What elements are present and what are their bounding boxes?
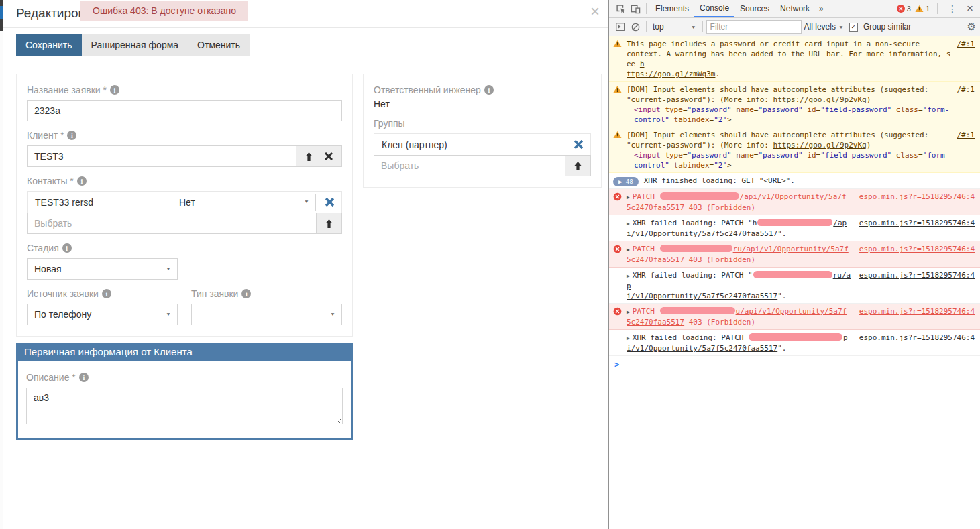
select-client-button[interactable]	[305, 152, 313, 161]
tab-sources[interactable]: Sources	[734, 1, 775, 17]
source-link[interactable]: espo.min.js?r=1518295746:4	[854, 192, 975, 202]
console-link[interactable]: https://goo.gl/9p2vKq	[773, 95, 867, 104]
inspect-element-icon[interactable]	[613, 2, 628, 15]
remove-group-button[interactable]	[574, 140, 583, 149]
source-link[interactable]: espo.min.js?r=1518295746:4	[854, 218, 975, 228]
stage-value: Новая	[34, 263, 62, 274]
console-text: 403 (Forbidden)	[684, 203, 755, 212]
select-contact-button[interactable]	[325, 219, 333, 228]
field-description-label-row: Описание * i	[26, 372, 343, 383]
console-line: ▶XHR failed loading: PATCH p	[627, 333, 854, 343]
groups-search-input[interactable]	[374, 155, 565, 176]
error-icon	[613, 192, 622, 201]
field-name-label-row: Название заявки * i	[27, 84, 342, 95]
save-button[interactable]: Сохранить	[16, 34, 82, 56]
console-settings-gear-icon[interactable]: ⚙	[967, 21, 976, 33]
field-engineer-label-row: Ответственный инженер i	[374, 84, 591, 95]
select-group-button[interactable]	[574, 162, 582, 170]
group-count-badge[interactable]: ▶ 48	[613, 177, 639, 186]
console-link[interactable]: 5c2470faa5517	[627, 318, 684, 327]
console-link[interactable]: i/v1/Opportunity/5a7f5c2470faa5517	[627, 344, 777, 353]
source-link[interactable]: espo.min.js?r=1518295746:4	[854, 333, 975, 343]
source-link[interactable]: /#:1	[952, 130, 975, 140]
console-link[interactable]: https://goo.gl/9p2vKq	[773, 141, 867, 150]
console-text	[669, 115, 674, 124]
cancel-button[interactable]: Отменить	[188, 34, 250, 56]
console-message: ▶XHR failed loading: PATCH "h/api/v1/Opp…	[609, 215, 980, 241]
source-link[interactable]: espo.min.js?r=1518295746:4	[854, 244, 975, 254]
context-select[interactable]: top ▼	[650, 22, 699, 32]
stage-select[interactable]: Новая ▼	[27, 258, 178, 280]
console-link[interactable]: i/v1/Opportunity/5a7f5c2470faa5517	[627, 229, 777, 238]
remove-contact-button[interactable]	[325, 198, 334, 207]
console-text: PATCH	[633, 245, 659, 253]
more-tabs-icon[interactable]: »	[815, 4, 828, 13]
type-select[interactable]: ▼	[191, 304, 342, 325]
console-sidebar-icon[interactable]	[613, 20, 628, 34]
field-name: Название заявки * i	[27, 84, 342, 121]
field-source-label-row: Источник заявки i	[27, 288, 178, 299]
expand-triangle-icon[interactable]: ▶	[627, 221, 630, 227]
console-prompt[interactable]: >	[609, 356, 980, 373]
console-link[interactable]: h	[640, 60, 645, 68]
error-icon	[613, 244, 627, 253]
field-type-label: Тип заявки	[191, 288, 238, 299]
console-link[interactable]: /api/v1/Opportunity/5a7f	[740, 192, 847, 201]
section-panel: Описание * i ав3	[16, 361, 353, 440]
source-link[interactable]: /#:1	[952, 84, 975, 95]
console-link[interactable]: 5c2470faa5517	[627, 203, 684, 212]
expand-triangle-icon[interactable]: ▶	[627, 335, 630, 341]
console-filter-input[interactable]	[706, 20, 802, 34]
console-text: [DOM] Input elements should have autocom…	[627, 85, 928, 94]
source-link[interactable]: espo.min.js?r=1518295746:4	[854, 306, 975, 316]
source-select[interactable]: По телефону ▼	[27, 304, 178, 325]
console-link[interactable]: p	[843, 333, 848, 342]
console-link[interactable]: ru/api/v1/Opportunity/5a7f	[733, 245, 849, 253]
field-type: Тип заявки i ▼	[191, 288, 342, 325]
clear-client-button[interactable]	[325, 152, 333, 160]
modal-header: Редактиров Ошибка 403: В доступе отказан…	[3, 0, 608, 28]
redacted-url	[753, 271, 832, 278]
client-input[interactable]	[27, 145, 296, 167]
source-link[interactable]: espo.min.js?r=1518295746:4	[854, 270, 975, 280]
warning-icon	[613, 39, 627, 48]
source-link[interactable]: /#:1	[952, 39, 975, 49]
contact-name: TEST33 rersd	[35, 197, 172, 208]
name-input[interactable]	[27, 100, 342, 121]
field-name-label: Название заявки *	[27, 84, 107, 95]
console-link[interactable]: 5c2470faa5517	[627, 255, 684, 264]
warning-count[interactable]: 1	[915, 5, 930, 13]
console-line: 5c2470faa5517 403 (Forbidden)	[627, 255, 854, 265]
tab-console[interactable]: Console	[694, 0, 734, 17]
console-line: ▶PATCH /api/v1/Opportunity/5a7f	[627, 192, 854, 202]
console-text: type	[665, 105, 683, 114]
device-toolbar-icon[interactable]	[628, 2, 643, 15]
devtools-close-icon[interactable]: ×	[964, 2, 976, 15]
log-levels-select[interactable]: All levels ▼	[802, 22, 847, 32]
expand-triangle-icon[interactable]: ▶	[627, 247, 630, 253]
expand-triangle-icon[interactable]: ▶	[627, 194, 630, 200]
expand-triangle-icon[interactable]: ▶	[627, 309, 630, 315]
contact-role-select[interactable]: Нет ▼	[172, 194, 316, 211]
console-line: ▶PATCH u/api/v1/Opportunity/5a7f	[627, 306, 854, 317]
contact-item-row: TEST33 rersd Нет ▼	[27, 191, 342, 213]
chevron-down-icon: ▼	[166, 266, 171, 271]
contacts-search-input[interactable]	[27, 213, 317, 234]
error-count[interactable]: ✕ 3	[897, 5, 911, 13]
tab-network[interactable]: Network	[775, 1, 815, 17]
close-icon[interactable]: ×	[590, 3, 600, 19]
tab-elements[interactable]: Elements	[650, 1, 694, 17]
field-description: Описание * i ав3	[26, 372, 343, 427]
devtools-menu-icon[interactable]: ⋮	[945, 3, 960, 14]
full-form-button[interactable]: Раширенная форма	[82, 34, 188, 56]
console-line: ▶PATCH ru/api/v1/Opportunity/5a7f	[627, 244, 854, 255]
console-link[interactable]: ttps://goo.gl/zmWq3m	[627, 70, 715, 78]
fields-card: Название заявки * i Клиент * i	[16, 74, 353, 337]
console-link[interactable]: i/v1/Opportunity/5a7f5c2470faa5517	[627, 292, 777, 300]
description-textarea[interactable]: ав3	[26, 388, 343, 424]
clear-console-icon[interactable]	[628, 20, 643, 34]
expand-triangle-icon[interactable]: ▶	[627, 273, 630, 279]
console-link[interactable]: /ap	[833, 219, 847, 227]
group-similar-toggle[interactable]: ✓ Group similar	[847, 22, 914, 32]
console-link[interactable]: u/api/v1/Opportunity/5a7f	[736, 307, 847, 316]
